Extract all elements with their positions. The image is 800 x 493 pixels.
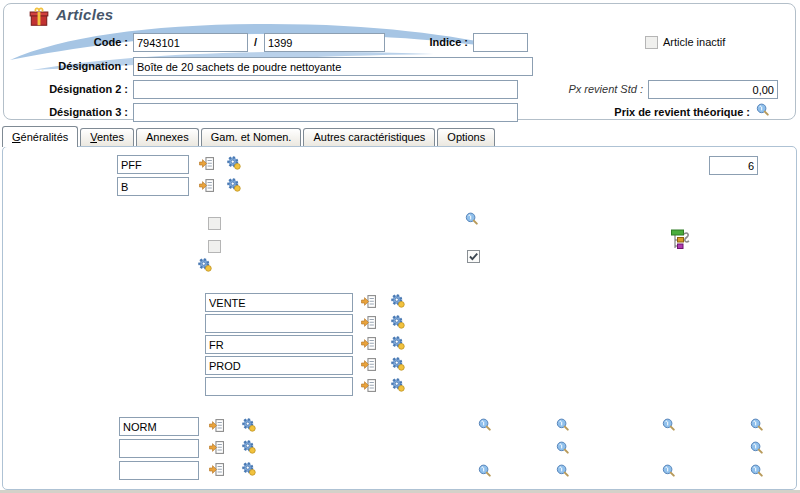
hist-achats-factures-zoom-icon[interactable] (750, 464, 764, 478)
ecotaxe-list-icon[interactable] (209, 462, 224, 477)
check-icon (468, 251, 479, 262)
taxe-parafis-lookup-gear-icon[interactable] (241, 439, 256, 454)
sous-famille-input[interactable] (205, 314, 353, 333)
hist-ventes-devis-zoom-icon[interactable] (478, 418, 492, 432)
modifiables-checkbox[interactable] (467, 250, 480, 263)
taux-tva-list-icon[interactable] (209, 418, 224, 433)
designation-label: Désignation : (20, 60, 128, 72)
sous-famille-list-icon[interactable] (361, 315, 376, 330)
categorie-list-icon[interactable] (361, 336, 376, 351)
code-label: Code : (20, 36, 128, 48)
famille-lookup-gear-icon[interactable] (390, 293, 405, 308)
hist-achats-cdes-zoom-icon[interactable] (750, 418, 764, 432)
code-input[interactable] (133, 33, 248, 52)
indice-input[interactable] (473, 33, 528, 52)
designation3-input[interactable] (133, 103, 518, 122)
tab-options[interactable]: Options (437, 128, 495, 146)
prix-theorique-label: Prix de revient théorique : (520, 106, 750, 118)
hist-achats-dprix-zoom-icon[interactable] (662, 418, 676, 432)
article-inactif-label: Article inactif (663, 36, 725, 48)
hist-ventes-factures-zoom-icon[interactable] (556, 464, 570, 478)
tab-ventes[interactable]: Ventes (80, 128, 134, 146)
sous-famille-lookup-gear-icon[interactable] (390, 314, 405, 329)
hist-ventes-bc-zoom-icon[interactable] (556, 418, 570, 432)
tab-autres-caracteristiques[interactable]: Autres caractéristiques (303, 128, 435, 146)
unite-list-icon[interactable] (199, 178, 214, 193)
cas-emploi-tree-icon[interactable] (668, 227, 692, 253)
gift-icon (28, 6, 50, 28)
ecotaxe-input[interactable] (119, 461, 199, 480)
indice-label: Indice : (380, 36, 468, 48)
code-douane-input[interactable] (205, 377, 353, 396)
code-nature-lookup-gear-icon[interactable] (226, 155, 241, 170)
famille-input[interactable] (205, 293, 353, 312)
code-douane-lookup-gear-icon[interactable] (390, 377, 405, 392)
tab-annexes[interactable]: Annexes (136, 128, 199, 146)
gestion-lots-checkbox (208, 217, 221, 230)
hist-ventes-bons-trf-zoom-icon[interactable] (556, 441, 570, 455)
hist-achats-br-zoom-icon[interactable] (662, 464, 676, 478)
taux-tva-input[interactable] (119, 417, 199, 436)
articles-window: Articles Code : / Indice : Article inact… (0, 0, 800, 493)
px-revient-std-input[interactable] (648, 80, 778, 99)
acceder-travaux-zoom-icon[interactable] (465, 212, 479, 226)
article-inactif-checkbox[interactable] (645, 36, 658, 49)
categorie-input[interactable] (205, 335, 353, 354)
tab-gam-et-nomen[interactable]: Gam. et Nomen. (201, 128, 302, 146)
delai-obtention-input[interactable] (709, 156, 758, 175)
unite-input[interactable] (117, 177, 189, 196)
designation2-input[interactable] (133, 80, 518, 99)
ecotaxe-lookup-gear-icon[interactable] (241, 461, 256, 476)
code-nature-input[interactable] (117, 155, 189, 174)
designation-input[interactable] (133, 57, 533, 76)
hist-ventes-bl-zoom-icon[interactable] (478, 464, 492, 478)
grpe-compta-list-icon[interactable] (361, 357, 376, 372)
code-separator: / (254, 36, 257, 48)
famille-list-icon[interactable] (361, 294, 376, 309)
code-nature-list-icon[interactable] (199, 156, 214, 171)
code-suffix-input[interactable] (264, 33, 385, 52)
unite-lookup-gear-icon[interactable] (226, 177, 241, 192)
hist-achats-bons-trf-zoom-icon[interactable] (750, 441, 764, 455)
gestion-series-checkbox (208, 240, 221, 253)
grpe-compta-lookup-gear-icon[interactable] (390, 356, 405, 371)
grpe-compta-input[interactable] (205, 356, 353, 375)
tab-bar: Généralités Ventes Annexes Gam. et Nomen… (2, 128, 497, 147)
taxe-parafis-list-icon[interactable] (209, 440, 224, 455)
tab-generalites[interactable]: Généralités (2, 126, 78, 147)
designation3-label: Désignation 3 : (20, 106, 128, 118)
page-title: Articles (56, 6, 113, 23)
consultation-gear-icon[interactable] (197, 257, 212, 272)
prix-theorique-zoom-icon[interactable] (756, 103, 770, 117)
categorie-lookup-gear-icon[interactable] (390, 335, 405, 350)
designation2-label: Désignation 2 : (20, 83, 128, 95)
taux-tva-lookup-gear-icon[interactable] (241, 417, 256, 432)
code-douane-list-icon[interactable] (361, 378, 376, 393)
taxe-parafis-input[interactable] (119, 439, 199, 458)
